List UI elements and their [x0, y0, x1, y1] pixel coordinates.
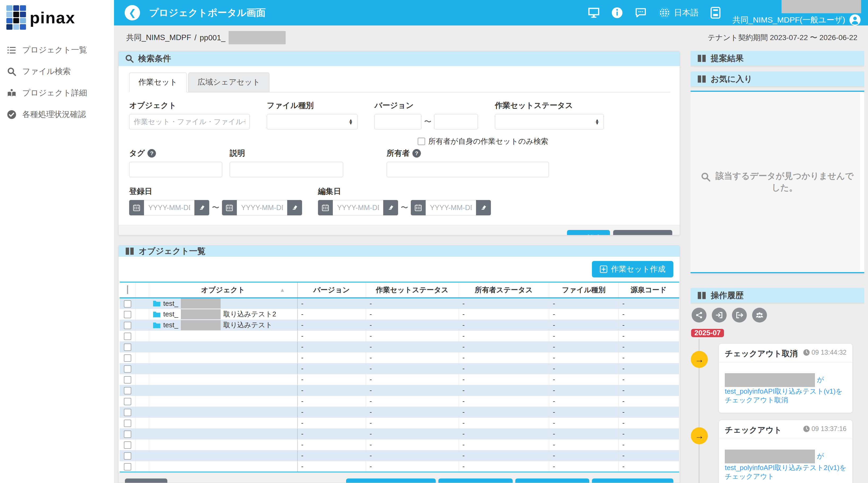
owner-help-icon[interactable]: ?: [412, 149, 421, 157]
table-row[interactable]: -----: [120, 428, 679, 439]
object-cell[interactable]: [149, 406, 297, 418]
tag-input[interactable]: [129, 162, 222, 177]
object-cell[interactable]: [149, 418, 297, 428]
row-checkbox[interactable]: [124, 441, 131, 449]
history-entry-link[interactable]: test_polyinfoAPI取り込みテスト2(v1)をチェックアウト: [725, 464, 846, 481]
clear-date-icon[interactable]: [383, 200, 398, 215]
users-filter-icon[interactable]: [752, 308, 767, 323]
calendar-icon[interactable]: [222, 200, 237, 215]
tab-workset[interactable]: 作業セット: [129, 72, 187, 92]
download-button[interactable]: ダウンロード: [515, 479, 589, 483]
history-entry-link[interactable]: test_polyinfoAPI取り込みテスト(v1)をチェックアウト取消: [725, 387, 842, 404]
object-cell[interactable]: [149, 385, 297, 396]
tag-help-icon[interactable]: ?: [148, 149, 156, 157]
pinax-logo[interactable]: pinax: [0, 0, 114, 32]
column-owner-status[interactable]: 所有者ステータス: [459, 282, 549, 298]
create-workset-button[interactable]: 作業セット作成: [592, 261, 673, 277]
calendar-icon[interactable]: [411, 200, 426, 215]
clear-date-icon[interactable]: [287, 200, 302, 215]
version-to-input[interactable]: [434, 114, 478, 129]
column-object[interactable]: オブジェクト▲: [149, 282, 297, 298]
owner-only-checkbox[interactable]: [418, 138, 425, 145]
clear-date-icon[interactable]: [194, 200, 209, 215]
object-cell[interactable]: [149, 450, 297, 461]
row-checkbox[interactable]: [124, 376, 131, 384]
row-checkbox[interactable]: [124, 463, 131, 471]
table-row[interactable]: -----: [120, 352, 679, 363]
user-icon[interactable]: [849, 14, 861, 26]
edited-date-from-input[interactable]: [333, 200, 383, 215]
calendar-icon[interactable]: [129, 200, 144, 215]
favorite-register-button[interactable]: お気に入り登録: [592, 479, 673, 483]
calendar-icon[interactable]: [318, 200, 333, 215]
checkin-filter-icon[interactable]: [712, 308, 727, 323]
object-cell[interactable]: [149, 428, 297, 439]
edited-date-to-input[interactable]: [426, 200, 476, 215]
table-row[interactable]: test_-----: [120, 298, 679, 309]
object-cell[interactable]: [149, 374, 297, 385]
table-row[interactable]: test_取り込みテスト-----: [120, 320, 679, 331]
object-cell[interactable]: [149, 396, 297, 406]
sidebar-item-project-detail[interactable]: プロジェクト詳細: [0, 82, 114, 104]
table-row[interactable]: -----: [120, 461, 679, 472]
sidebar-item-file-search[interactable]: ファイル検索: [0, 61, 114, 82]
chat-icon[interactable]: [634, 7, 647, 19]
table-row[interactable]: -----: [120, 450, 679, 461]
row-checkbox[interactable]: [124, 354, 131, 362]
table-row[interactable]: -----: [120, 363, 679, 374]
description-input[interactable]: [230, 162, 343, 177]
table-row[interactable]: -----: [120, 341, 679, 352]
row-checkbox[interactable]: [124, 365, 131, 373]
object-cell[interactable]: test_取り込みテスト: [149, 320, 297, 331]
row-checkbox[interactable]: [124, 409, 131, 416]
delete-button[interactable]: 削除: [125, 479, 167, 483]
table-row[interactable]: -----: [120, 418, 679, 428]
table-row[interactable]: -----: [120, 385, 679, 396]
object-input[interactable]: [129, 114, 250, 129]
reset-button[interactable]: リセット: [613, 230, 672, 235]
row-checkbox[interactable]: [124, 300, 131, 308]
registered-date-from-input[interactable]: [144, 200, 194, 215]
select-all-header[interactable]: [120, 282, 135, 298]
version-from-input[interactable]: [374, 114, 422, 129]
tab-wide-share-set[interactable]: 広域シェアセット: [188, 72, 270, 92]
checkout-filter-icon[interactable]: [732, 308, 747, 323]
breadcrumb-project[interactable]: 共同_NIMS_MDPF: [126, 32, 191, 43]
object-cell[interactable]: [149, 439, 297, 450]
object-cell[interactable]: [149, 352, 297, 363]
table-row[interactable]: -----: [120, 331, 679, 341]
row-checkbox[interactable]: [124, 398, 131, 405]
favorites-scrollbar[interactable]: [860, 93, 864, 271]
row-checkbox[interactable]: [124, 452, 131, 460]
file-import-button[interactable]: ファイル取り込み: [346, 479, 436, 483]
history-card[interactable]: チェックアウト09 13:37:16 がtest_polyinfoAPI取り込み…: [719, 420, 852, 483]
info-icon[interactable]: [611, 7, 623, 19]
row-checkbox[interactable]: [124, 387, 131, 394]
share-filter-icon[interactable]: [692, 308, 707, 323]
object-cell[interactable]: test_取り込みテスト2: [149, 309, 297, 320]
object-cell[interactable]: [149, 341, 297, 352]
history-card[interactable]: チェックアウト取消09 13:44:32 がtest_polyinfoAPI取り…: [719, 343, 852, 413]
table-row[interactable]: -----: [120, 439, 679, 450]
column-workset-status[interactable]: 作業セットステータス: [366, 282, 459, 298]
row-checkbox[interactable]: [124, 343, 131, 351]
sidebar-item-process-status[interactable]: 各種処理状況確認: [0, 104, 114, 125]
sidebar-item-project-list[interactable]: プロジェクト一覧: [0, 39, 114, 61]
row-checkbox[interactable]: [124, 311, 131, 318]
object-cell[interactable]: [149, 461, 297, 472]
row-checkbox[interactable]: [124, 420, 131, 427]
monitor-icon[interactable]: [588, 7, 600, 19]
manual-icon[interactable]: [710, 7, 721, 19]
column-source-code[interactable]: 源泉コード: [618, 282, 679, 298]
back-button[interactable]: ❮: [125, 5, 140, 21]
row-checkbox[interactable]: [124, 430, 131, 438]
object-cell[interactable]: [149, 331, 297, 341]
file-type-select[interactable]: ▲▼: [267, 114, 358, 129]
table-row[interactable]: test_取り込みテスト2-----: [120, 309, 679, 320]
search-button[interactable]: 検索: [567, 230, 610, 235]
workset-status-select[interactable]: ▲▼: [495, 114, 604, 129]
language-selector[interactable]: 日本語: [658, 7, 699, 19]
table-row[interactable]: -----: [120, 396, 679, 406]
row-checkbox[interactable]: [124, 322, 131, 329]
table-row[interactable]: -----: [120, 406, 679, 418]
